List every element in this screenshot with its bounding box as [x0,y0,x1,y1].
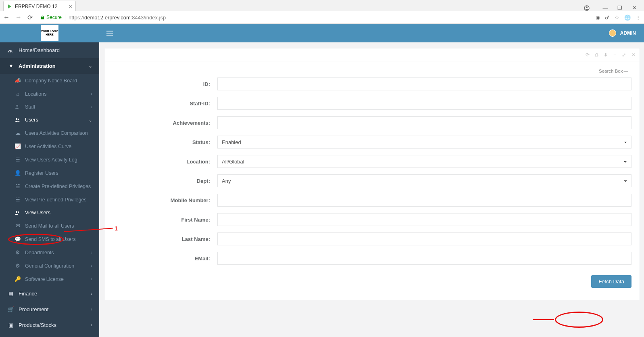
sidebar-item-view-users[interactable]: View Users [0,206,99,219]
sidebar-item-activities-curve[interactable]: 📈User Activities Curve [0,140,99,153]
label-first-name: First Name: [113,217,217,223]
dashboard-icon [7,48,15,53]
list-icon: ☰ [15,157,21,163]
chevron-left-icon: ‹ [91,277,92,281]
money-icon: ▤ [7,291,15,297]
sidebar-item-activity-log[interactable]: ☰View Users Activity Log [0,153,99,166]
label-mobile: Mobile Number: [113,197,217,203]
sidebar-item-administration[interactable]: ✦ Administration ⌄ [0,58,99,74]
input-mobile[interactable] [217,194,631,207]
sidebar-item-departments[interactable]: ⚙Departments‹ [0,246,99,259]
label-email: EMail: [113,255,217,262]
sidebar-item-products-stocks[interactable]: ▣Products/Stocks‹ [0,317,99,333]
browser-tab-bar: ERPREV DEMO 12 × — ❐ ✕ [0,0,644,11]
minimize-icon[interactable]: — [598,5,613,11]
header-user[interactable]: ADMIN [609,29,644,37]
sidebar-item-software-license[interactable]: 🔑Software License‹ [0,272,99,286]
sidebar-item-send-mail[interactable]: ✉Send Mail to all Users [0,219,99,232]
sidebar-item-company-notice[interactable]: 📣 Company Notice Board [0,74,99,87]
select-dept[interactable]: Any [217,174,631,187]
label-dept: Dept: [113,178,217,184]
star-icon[interactable]: ☆ [615,15,619,21]
comment-icon: 💬 [15,236,21,242]
home-icon: ⌂ [15,91,21,97]
forward-icon[interactable]: → [15,14,22,21]
input-email[interactable] [217,252,631,265]
label-status: Status: [113,139,217,145]
close-window-icon[interactable]: ✕ [627,5,642,11]
input-achievements[interactable] [217,116,631,129]
input-staff-id[interactable] [217,97,631,110]
menu-icon[interactable]: ⋮ [636,15,641,21]
key-icon[interactable] [605,15,610,20]
close-panel-icon[interactable]: ✕ [631,52,636,58]
secure-badge: Secure [40,15,62,20]
users-icon [15,117,21,122]
avatar-icon [609,29,616,37]
sidebar-item-finance[interactable]: ▤Finance‹ [0,286,99,301]
chevron-down-icon: ⌄ [89,118,92,122]
form-row-email: EMail: [113,252,631,265]
label-id: ID: [113,81,217,87]
svg-point-12 [16,118,17,120]
form-row-first-name: First Name: [113,213,631,226]
select-location[interactable]: All/Global [217,155,631,168]
globe-icon[interactable]: 🌐 [624,15,631,21]
search-box-toggle[interactable]: Search Box— [113,67,631,77]
browser-tab[interactable]: ERPREV DEMO 12 × [3,1,76,11]
chevron-left-icon: ‹ [91,307,92,312]
list-icon: ☱ [15,183,21,189]
svg-marker-0 [8,4,11,8]
form-row-status: Status: Enabled [113,136,631,149]
sidebar-item-activities-comparison[interactable]: ☁Users Activities Comparison [0,126,99,140]
svg-point-11 [16,105,18,107]
form-row-id: ID: [113,77,631,90]
gears-icon: ⚙ [15,263,21,269]
sidebar-item-register-users[interactable]: 👤Register Users [0,166,99,180]
sidebar-item-users[interactable]: Users ⌄ [0,113,99,126]
form-row-achievements: Achievements: [113,116,631,129]
input-last-name[interactable] [217,232,631,245]
svg-point-13 [18,119,19,120]
minus-icon[interactable]: − [613,52,616,58]
maximize-icon[interactable]: ❐ [613,5,627,11]
chevron-left-icon: ‹ [91,105,92,109]
sidebar-item-create-privileges[interactable]: ☱Create Pre-defined Privileges [0,180,99,193]
reload-icon[interactable]: ⟳ [27,14,33,21]
sidebar-item-material-stocks[interactable]: ▣Material/Stocks‹ [0,333,99,337]
print-icon[interactable]: ⎙ [595,52,598,58]
fetch-data-button[interactable]: Fetch Data [591,275,631,288]
users-icon [15,210,21,215]
panel-toolbar: ⟳ ⎙ ⬇ − ⤢ ✕ [105,48,640,61]
label-staff-id: Staff-ID: [113,100,217,107]
input-id[interactable] [217,77,631,90]
sidebar-item-general-config[interactable]: ⚙General Configuration‹ [0,259,99,272]
sidebar-item-locations[interactable]: ⌂ Locations ‹ [0,87,99,100]
address-bar-icons: ◉ ☆ 🌐 ⋮ [596,15,641,21]
hamburger-icon[interactable] [106,30,113,36]
envelope-icon: ✉ [15,223,21,229]
refresh-icon[interactable]: ⟳ [586,52,590,58]
sidebar-item-send-sms[interactable]: 💬Send SMS to all Users [0,232,99,246]
input-first-name[interactable] [217,213,631,226]
account-icon[interactable] [584,5,598,11]
address-bar: ← → ⟳ Secure https://demo12.erprev.com:8… [0,11,644,23]
lock-icon [40,15,45,20]
back-icon[interactable]: ← [3,14,10,21]
select-status[interactable]: Enabled [217,136,631,149]
sidebar-item-procurement[interactable]: 🛒Procurement‹ [0,301,99,317]
chevron-left-icon: ‹ [91,264,92,268]
tab-close-icon[interactable]: × [69,3,72,10]
sidebar-item-staff[interactable]: Staff ‹ [0,100,99,113]
wrench-icon: ✦ [7,63,15,69]
sidebar-item-view-privileges[interactable]: ☱View Pre-defined Privileges [0,193,99,206]
form-row-mobile: Mobile Number: [113,194,631,207]
tab-title: ERPREV DEMO 12 [15,4,57,9]
url-field[interactable]: Secure https://demo12.erprev.com:8443/in… [38,13,590,22]
download-icon[interactable]: ⬇ [604,52,608,58]
eye-icon[interactable]: ◉ [596,15,600,21]
label-achievements: Achievements: [113,120,217,126]
logo[interactable]: YOUR LOGO HERE [0,24,99,42]
expand-icon[interactable]: ⤢ [622,52,626,58]
sidebar-item-home[interactable]: Home/Dashboard [0,42,99,58]
